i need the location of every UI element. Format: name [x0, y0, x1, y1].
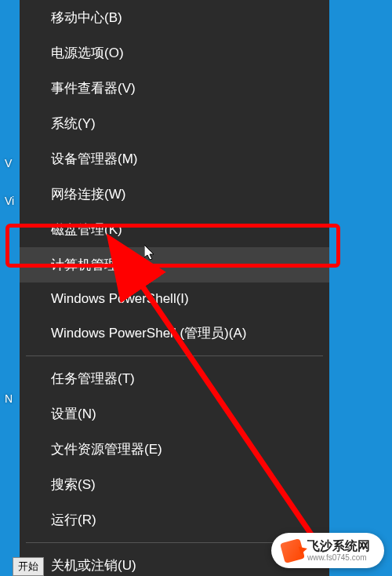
menu-divider: [26, 355, 323, 356]
watermark-text: 飞沙系统网 www.fs0745.com: [307, 539, 370, 562]
menu-item-mobility-center[interactable]: 移动中心(B): [20, 0, 329, 35]
desktop-icon-fragment: V: [5, 157, 12, 170]
menu-item-label: 文件资源管理器(E): [51, 442, 162, 457]
menu-item-task-manager[interactable]: 任务管理器(T): [20, 361, 329, 396]
menu-item-label: 移动中心(B): [51, 10, 122, 25]
menu-item-computer-management[interactable]: 计算机管理(G): [20, 247, 329, 283]
menu-item-run[interactable]: 运行(R): [20, 502, 329, 538]
watermark-title: 飞沙系统网: [307, 539, 370, 553]
menu-item-device-manager[interactable]: 设备管理器(M): [20, 141, 329, 177]
start-label: 开始: [18, 560, 38, 572]
menu-item-label: 关机或注销(U): [51, 558, 136, 573]
menu-item-label: 搜索(S): [51, 477, 96, 492]
watermark-badge: 飞沙系统网 www.fs0745.com: [271, 533, 384, 568]
menu-item-system[interactable]: 系统(Y): [20, 106, 329, 141]
menu-item-label: Windows PowerShell (管理员)(A): [51, 326, 246, 341]
menu-item-label: 磁盘管理(K): [51, 222, 122, 237]
menu-item-label: Windows PowerShell(I): [51, 291, 189, 306]
menu-item-label: 系统(Y): [51, 116, 96, 131]
menu-item-label: 计算机管理(G): [51, 257, 137, 272]
menu-item-file-explorer[interactable]: 文件资源管理器(E): [20, 432, 329, 467]
menu-item-powershell-admin[interactable]: Windows PowerShell (管理员)(A): [20, 315, 329, 351]
menu-item-label: 设备管理器(M): [51, 151, 137, 166]
menu-item-power-options[interactable]: 电源选项(O): [20, 35, 329, 71]
watermark-url: www.fs0745.com: [307, 553, 370, 562]
desktop-icon-fragment: N: [5, 392, 13, 405]
menu-item-label: 任务管理器(T): [51, 371, 135, 386]
menu-item-network-connections[interactable]: 网络连接(W): [20, 177, 329, 212]
menu-item-label: 设置(N): [51, 406, 96, 421]
watermark-logo-icon: [280, 538, 305, 563]
menu-item-powershell[interactable]: Windows PowerShell(I): [20, 283, 329, 315]
menu-item-settings[interactable]: 设置(N): [20, 396, 329, 432]
menu-item-event-viewer[interactable]: 事件查看器(V): [20, 71, 329, 106]
menu-item-disk-management[interactable]: 磁盘管理(K): [20, 212, 329, 247]
menu-item-label: 事件查看器(V): [51, 81, 136, 96]
desktop-icon-fragment: Vi: [5, 195, 14, 207]
start-button-tooltip: 开始: [13, 557, 44, 576]
menu-item-search[interactable]: 搜索(S): [20, 467, 329, 502]
menu-item-label: 运行(R): [51, 512, 96, 527]
menu-item-label: 电源选项(O): [51, 46, 124, 60]
menu-item-label: 网络连接(W): [51, 187, 125, 202]
start-context-menu: 移动中心(B) 电源选项(O) 事件查看器(V) 系统(Y) 设备管理器(M) …: [20, 0, 329, 576]
